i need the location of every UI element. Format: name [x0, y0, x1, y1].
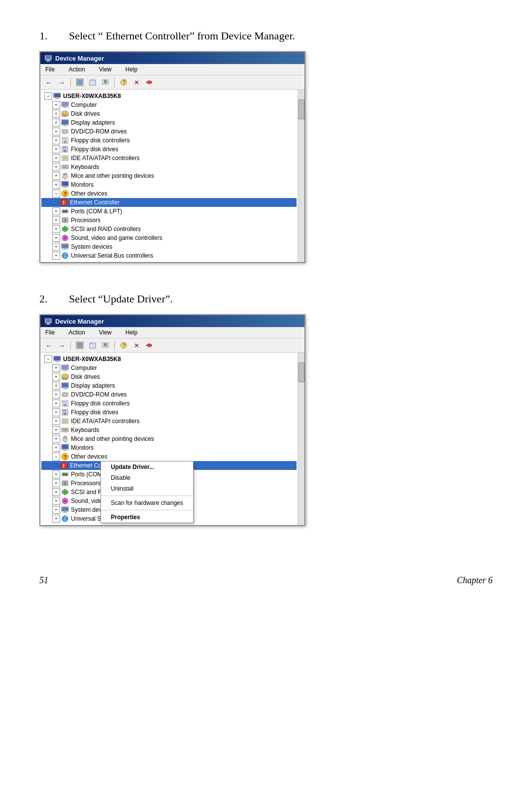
- expander[interactable]: +: [52, 207, 60, 215]
- tree-item[interactable]: + Keyboards: [41, 163, 297, 171]
- expander[interactable]: −: [52, 453, 60, 461]
- expander[interactable]: +: [52, 373, 60, 381]
- expander[interactable]: +: [52, 145, 60, 153]
- expander[interactable]: +: [52, 128, 60, 135]
- expander[interactable]: +: [52, 154, 60, 162]
- toolbar-back[interactable]: ←: [43, 77, 54, 88]
- tree-item[interactable]: + Floppy disk controllers: [41, 136, 297, 145]
- tree-item[interactable]: + Universal Serial Bus controllers: [41, 251, 297, 260]
- expander[interactable]: −: [44, 92, 52, 100]
- expander[interactable]: +: [52, 435, 60, 443]
- tree-item[interactable]: + Floppy disk controllers: [41, 399, 297, 408]
- expander[interactable]: +: [52, 234, 60, 242]
- expander[interactable]: +: [52, 417, 60, 425]
- toolbar-btn1[interactable]: [74, 77, 85, 88]
- tree-item[interactable]: + DVD/CD-ROM drives: [41, 390, 297, 399]
- tree-item-ethernet[interactable]: ! Ethernet Controller: [41, 198, 297, 207]
- tree-item[interactable]: + Disk drives: [41, 372, 297, 381]
- expander[interactable]: +: [52, 488, 60, 496]
- tree-item[interactable]: + IDE ATA/ATAPI controllers: [41, 154, 297, 163]
- tree-item[interactable]: + SCSI and RAID controllers: [41, 225, 297, 233]
- expander[interactable]: +: [52, 110, 60, 118]
- expander[interactable]: +: [52, 408, 60, 416]
- tree-item[interactable]: + Computer: [41, 364, 297, 372]
- expander[interactable]: +: [52, 497, 60, 505]
- toolbar-btn1[interactable]: [74, 340, 85, 351]
- menu-view[interactable]: View: [96, 328, 115, 337]
- tree-item[interactable]: + Display adapters: [41, 381, 297, 390]
- expander[interactable]: +: [52, 426, 60, 434]
- tree-item[interactable]: + Monitors: [41, 443, 297, 452]
- menu-file[interactable]: File: [42, 328, 58, 337]
- menu-help[interactable]: Help: [123, 65, 141, 74]
- tree-item[interactable]: − USER-X0WXAB35K8: [41, 92, 297, 100]
- toolbar-forward[interactable]: →: [56, 77, 67, 88]
- tree-item[interactable]: + Floppy disk drives: [41, 145, 297, 154]
- expander[interactable]: +: [52, 470, 60, 478]
- tree-label: Disk drives: [71, 110, 100, 117]
- menu-file[interactable]: File: [42, 65, 58, 74]
- menu-view[interactable]: View: [96, 65, 115, 74]
- expander[interactable]: +: [52, 101, 60, 109]
- context-menu-item-scan[interactable]: Scan for hardware changes: [101, 498, 193, 508]
- expander[interactable]: +: [52, 382, 60, 390]
- tree-item[interactable]: − ? Other devices: [41, 452, 297, 461]
- toolbar-btn4[interactable]: ?: [118, 340, 129, 351]
- context-menu-item-uninstall[interactable]: Uninstall: [101, 483, 193, 494]
- toolbar-btn3[interactable]: [100, 340, 111, 351]
- expander[interactable]: +: [52, 136, 60, 144]
- toolbar-btn5[interactable]: ✕: [131, 340, 142, 351]
- tree-item[interactable]: + Processors: [41, 216, 297, 225]
- expander[interactable]: +: [52, 364, 60, 372]
- expander[interactable]: +: [52, 163, 60, 171]
- menu-action[interactable]: Action: [66, 328, 88, 337]
- expander[interactable]: +: [52, 479, 60, 487]
- tree-item[interactable]: + Computer: [41, 100, 297, 109]
- tree-item[interactable]: + IDE ATA/ATAPI controllers: [41, 417, 297, 426]
- menu-action[interactable]: Action: [66, 65, 88, 74]
- toolbar-btn3[interactable]: [100, 77, 111, 88]
- expander[interactable]: +: [52, 172, 60, 180]
- expander[interactable]: +: [52, 181, 60, 189]
- expander[interactable]: +: [52, 515, 60, 523]
- tree-item[interactable]: + Mice and other pointing devices: [41, 171, 297, 180]
- tree-item[interactable]: + Disk drives: [41, 109, 297, 118]
- tree-item[interactable]: − ? Other devices: [41, 189, 297, 198]
- expander[interactable]: +: [52, 444, 60, 452]
- context-menu-item-properties[interactable]: Properties: [101, 512, 193, 523]
- expander[interactable]: +: [52, 399, 60, 407]
- expander[interactable]: −: [52, 190, 60, 198]
- svg-rect-141: [64, 482, 66, 485]
- toolbar-back[interactable]: ←: [43, 340, 54, 351]
- dm2-menubar[interactable]: File Action View Help: [40, 327, 304, 338]
- toolbar-btn5[interactable]: ✕: [131, 77, 142, 88]
- expander[interactable]: −: [44, 355, 52, 363]
- tree-item[interactable]: + Mice and other pointing devices: [41, 434, 297, 443]
- toolbar-btn6[interactable]: [144, 340, 155, 351]
- context-menu-item-update-driver[interactable]: Update Driver...: [101, 462, 193, 472]
- context-menu-item-disable[interactable]: Disable: [101, 472, 193, 483]
- toolbar-btn4[interactable]: ?: [118, 77, 129, 88]
- tree-item[interactable]: − USER-X0WXAB35K8: [41, 355, 297, 364]
- toolbar-btn2[interactable]: [87, 340, 98, 351]
- toolbar-forward[interactable]: →: [56, 340, 67, 351]
- tree-item[interactable]: + Sound, video and game controllers: [41, 233, 297, 242]
- tree-item[interactable]: + DVD/CD-ROM drives: [41, 127, 297, 136]
- expander[interactable]: +: [52, 243, 60, 251]
- expander[interactable]: +: [52, 119, 60, 127]
- expander[interactable]: +: [52, 216, 60, 224]
- tree-item[interactable]: + Floppy disk drives: [41, 408, 297, 417]
- expander[interactable]: +: [52, 506, 60, 514]
- tree-item[interactable]: + Monitors: [41, 180, 297, 189]
- tree-item[interactable]: + Keyboards: [41, 426, 297, 434]
- expander[interactable]: +: [52, 252, 60, 260]
- tree-item[interactable]: + System devices: [41, 242, 297, 251]
- tree-item[interactable]: + Ports (COM & LPT): [41, 207, 297, 216]
- tree-item[interactable]: + Display adapters: [41, 118, 297, 127]
- dm1-menubar[interactable]: File Action View Help: [40, 64, 304, 75]
- menu-help[interactable]: Help: [123, 328, 141, 337]
- expander[interactable]: +: [52, 391, 60, 398]
- toolbar-btn2[interactable]: [87, 77, 98, 88]
- toolbar-btn6[interactable]: [144, 77, 155, 88]
- expander[interactable]: +: [52, 225, 60, 233]
